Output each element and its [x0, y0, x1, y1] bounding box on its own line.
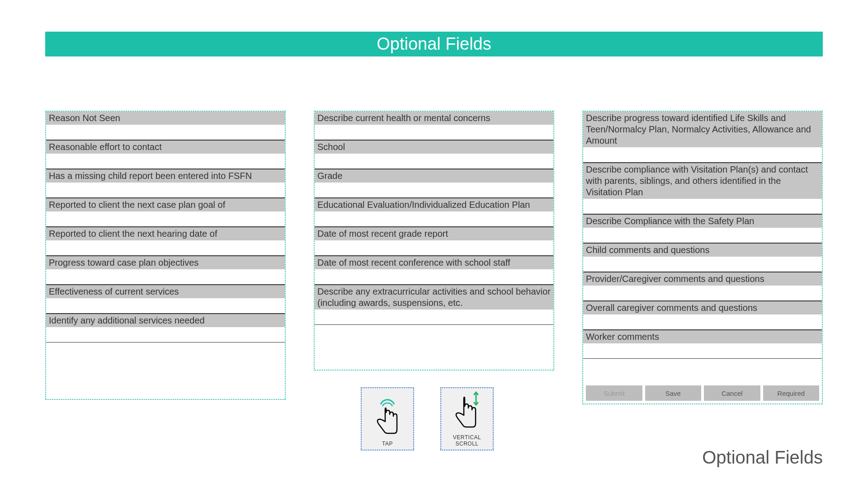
field-input[interactable]: [46, 240, 285, 256]
field-caregiver-comments: Overall caregiver comments and questions: [583, 301, 822, 330]
field-missing-child-report: Has a missing child report been entered …: [46, 169, 285, 198]
field-child-comments: Child comments and questions: [583, 243, 822, 272]
cancel-button[interactable]: Cancel: [704, 385, 760, 401]
field-input[interactable]: [46, 327, 285, 343]
gesture-scroll-label: VERTICAL SCROLL: [443, 434, 491, 447]
field-label: Date of most recent conference with scho…: [315, 256, 553, 269]
field-effectiveness-services: Effectiveness of current services: [46, 285, 285, 314]
field-input[interactable]: [46, 125, 285, 140]
field-label: Describe any extracurricular activities …: [315, 285, 553, 310]
page-title: Optional Fields: [377, 34, 491, 54]
field-education-plan: Educational Evaluation/Individualized Ed…: [315, 198, 553, 227]
field-label: Grade: [315, 169, 553, 183]
field-label: Reason Not Seen: [46, 112, 285, 125]
field-input[interactable]: [315, 183, 553, 198]
field-reason-not-seen: Reason Not Seen: [46, 112, 285, 140]
field-grade-report-date: Date of most recent grade report: [315, 227, 553, 256]
panel-middle: Describe current health or mental concer…: [314, 111, 554, 371]
field-label: Reported to client the next case plan go…: [46, 198, 285, 211]
field-case-plan-goal: Reported to client the next case plan go…: [46, 198, 285, 227]
field-label: Effectiveness of current services: [46, 285, 285, 298]
field-label: School: [315, 140, 553, 154]
button-row: Submit Save Cancel Required: [586, 385, 819, 401]
field-progress-objectives: Progress toward case plan objectives: [46, 256, 285, 285]
field-input[interactable]: [315, 125, 553, 140]
field-label: Progress toward case plan objectives: [46, 256, 285, 269]
gesture-vertical-scroll: VERTICAL SCROLL: [440, 387, 494, 450]
gesture-tap: TAP: [361, 387, 414, 450]
field-label: Reasonable effort to contact: [46, 140, 285, 154]
page-header: Optional Fields: [45, 32, 823, 56]
field-label: Worker comments: [583, 330, 822, 343]
field-school: School: [315, 140, 553, 169]
footer-title: Optional Fields: [702, 447, 823, 468]
field-label: Describe progress toward identified Life…: [583, 112, 822, 147]
required-button[interactable]: Required: [763, 385, 820, 401]
gesture-tap-label: TAP: [382, 441, 393, 447]
scroll-hand-icon: [451, 389, 483, 432]
field-worker-comments: Worker comments: [583, 330, 822, 359]
field-provider-comments: Provider/Caregiver comments and question…: [583, 272, 822, 301]
field-next-hearing-date: Reported to client the next hearing date…: [46, 227, 285, 256]
panel-left: Reason Not Seen Reasonable effort to con…: [45, 111, 286, 400]
field-input[interactable]: [583, 343, 822, 359]
field-input[interactable]: [583, 257, 822, 272]
columns-container: Reason Not Seen Reasonable effort to con…: [45, 111, 823, 404]
field-label: Provider/Caregiver comments and question…: [583, 272, 822, 286]
field-input[interactable]: [583, 147, 822, 163]
field-input[interactable]: [583, 199, 822, 214]
field-input[interactable]: [46, 154, 285, 169]
field-life-skills: Describe progress toward identified Life…: [583, 112, 822, 163]
field-input[interactable]: [583, 314, 822, 330]
field-input[interactable]: [46, 183, 285, 198]
field-visitation-compliance: Describe compliance with Visitation Plan…: [583, 163, 822, 214]
field-additional-services: Identify any additional services needed: [46, 314, 285, 343]
field-label: Has a missing child report been entered …: [46, 169, 285, 183]
field-label: Educational Evaluation/Individualized Ed…: [315, 198, 553, 211]
field-label: Describe compliance with Visitation Plan…: [583, 163, 822, 199]
field-input[interactable]: [315, 310, 553, 325]
field-input[interactable]: [315, 269, 553, 285]
save-button[interactable]: Save: [645, 385, 702, 401]
field-label: Overall caregiver comments and questions: [583, 301, 822, 314]
field-safety-plan: Describe Compliance with the Safety Plan: [583, 214, 822, 243]
field-grade: Grade: [315, 169, 553, 198]
field-health-concerns: Describe current health or mental concer…: [315, 112, 553, 140]
field-label: Identify any additional services needed: [46, 314, 285, 327]
field-label: Reported to client the next hearing date…: [46, 227, 285, 240]
panel-right: Describe progress toward identified Life…: [582, 111, 823, 404]
field-extracurricular: Describe any extracurricular activities …: [315, 285, 553, 325]
field-input[interactable]: [46, 211, 285, 227]
field-label: Child comments and questions: [583, 243, 822, 257]
field-reasonable-effort: Reasonable effort to contact: [46, 140, 285, 169]
field-label: Describe Compliance with the Safety Plan: [583, 214, 822, 228]
gesture-row: TAP VERTICAL SCROLL: [361, 387, 494, 450]
field-input[interactable]: [315, 154, 553, 169]
field-input[interactable]: [583, 228, 822, 243]
tap-hand-icon: [372, 395, 403, 438]
field-input[interactable]: [315, 211, 553, 227]
field-conference-date: Date of most recent conference with scho…: [315, 256, 553, 285]
field-label: Date of most recent grade report: [315, 227, 553, 240]
field-input[interactable]: [46, 298, 285, 314]
field-label: Describe current health or mental concer…: [315, 112, 553, 125]
field-input[interactable]: [583, 286, 822, 301]
submit-button[interactable]: Submit: [586, 385, 642, 401]
field-input[interactable]: [315, 240, 553, 256]
field-input[interactable]: [46, 269, 285, 285]
